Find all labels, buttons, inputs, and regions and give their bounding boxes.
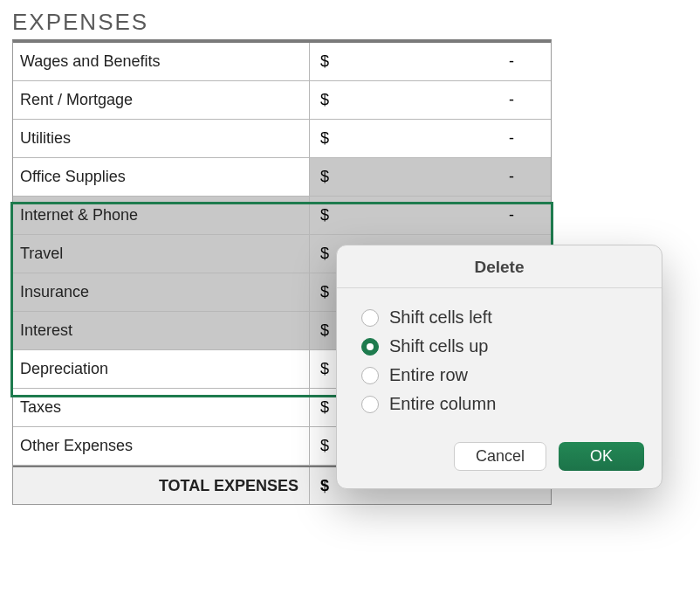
table-row[interactable]: Rent / Mortgage$-: [13, 81, 551, 120]
row-label[interactable]: Travel: [13, 235, 310, 273]
row-value[interactable]: $-: [310, 120, 551, 157]
radio-label: Shift cells left: [389, 307, 492, 328]
currency-symbol: $: [320, 245, 329, 263]
amount-value: -: [509, 168, 540, 186]
currency-symbol: $: [320, 206, 329, 224]
currency-symbol: $: [320, 91, 329, 109]
row-label[interactable]: Depreciation: [13, 350, 310, 388]
radio-label: Entire column: [389, 394, 496, 414]
cancel-button[interactable]: Cancel: [454, 442, 546, 471]
row-value[interactable]: $-: [310, 43, 551, 80]
row-label[interactable]: Wages and Benefits: [13, 43, 310, 80]
currency-symbol: $: [320, 477, 329, 495]
ok-button[interactable]: OK: [559, 442, 644, 471]
radio-option[interactable]: Shift cells left: [361, 307, 637, 328]
radio-icon[interactable]: [361, 309, 379, 327]
radio-option[interactable]: Entire column: [361, 394, 637, 414]
radio-option[interactable]: Entire row: [361, 365, 637, 385]
amount-value: -: [509, 91, 540, 109]
amount-value: -: [509, 52, 540, 71]
currency-symbol: $: [320, 398, 329, 417]
total-label: TOTAL EXPENSES: [13, 467, 310, 504]
row-label[interactable]: Rent / Mortgage: [13, 81, 310, 119]
row-label[interactable]: Utilities: [13, 120, 310, 157]
radio-icon[interactable]: [361, 367, 379, 384]
radio-option[interactable]: Shift cells up: [361, 336, 637, 356]
table-row[interactable]: Utilities$-: [13, 120, 551, 158]
row-value[interactable]: $-: [310, 81, 551, 119]
row-label[interactable]: Insurance: [13, 273, 310, 311]
row-label[interactable]: Internet & Phone: [13, 197, 310, 234]
dialog-footer: Cancel OK: [337, 430, 662, 488]
currency-symbol: $: [320, 52, 329, 71]
row-label[interactable]: Other Expenses: [13, 427, 310, 465]
row-value[interactable]: $-: [310, 158, 551, 196]
currency-symbol: $: [320, 129, 329, 148]
radio-icon[interactable]: [361, 338, 379, 356]
row-label[interactable]: Interest: [13, 312, 310, 349]
currency-symbol: $: [320, 283, 329, 301]
table-row[interactable]: Office Supplies$-: [13, 158, 551, 197]
radio-icon[interactable]: [361, 396, 379, 413]
currency-symbol: $: [320, 168, 329, 186]
currency-symbol: $: [320, 321, 329, 340]
table-row[interactable]: Wages and Benefits$-: [13, 43, 551, 81]
section-title: EXPENSES: [12, 9, 688, 36]
dialog-body: Shift cells leftShift cells upEntire row…: [337, 288, 662, 430]
row-label[interactable]: Taxes: [13, 389, 310, 426]
radio-label: Shift cells up: [389, 336, 488, 356]
row-value[interactable]: $-: [310, 197, 551, 234]
row-label[interactable]: Office Supplies: [13, 158, 310, 196]
dialog-title: Delete: [337, 245, 662, 288]
amount-value: -: [509, 129, 540, 148]
radio-label: Entire row: [389, 365, 468, 385]
currency-symbol: $: [320, 437, 329, 455]
delete-dialog: Delete Shift cells leftShift cells upEnt…: [336, 245, 662, 489]
amount-value: -: [509, 206, 540, 224]
table-row[interactable]: Internet & Phone$-: [13, 197, 551, 235]
currency-symbol: $: [320, 360, 329, 378]
